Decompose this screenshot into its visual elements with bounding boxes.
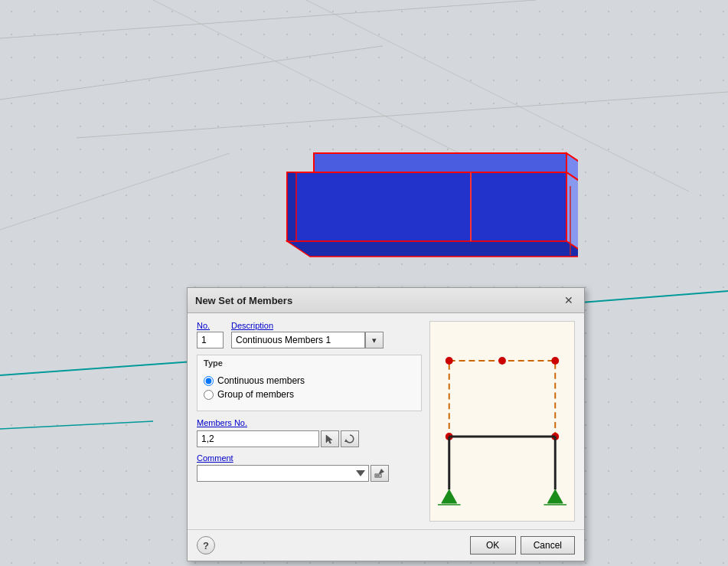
dialog-form: No. Description ▾ Type Continu	[197, 321, 422, 522]
preview-svg	[430, 322, 574, 521]
refresh-icon	[344, 433, 355, 444]
continuous-members-label: Continuous members	[217, 375, 305, 386]
svg-marker-11	[287, 172, 566, 241]
comment-edit-button[interactable]	[371, 465, 389, 482]
dialog-title: New Set of Members	[195, 295, 292, 306]
help-button[interactable]: ?	[197, 536, 215, 555]
comment-label[interactable]: Comment	[197, 453, 422, 463]
members-no-label[interactable]: Members No.	[197, 418, 247, 427]
dialog-close-button[interactable]: ✕	[561, 293, 576, 308]
svg-line-2	[0, 46, 383, 100]
group-of-members-option[interactable]: Group of members	[204, 389, 415, 400]
description-input[interactable]	[231, 332, 365, 348]
cursor-icon	[325, 433, 335, 444]
continuous-members-radio[interactable]	[204, 376, 214, 386]
no-description-row: No. Description ▾	[197, 321, 422, 348]
comment-section: Comment	[197, 453, 422, 482]
preview-panel	[429, 321, 575, 522]
dialog-titlebar: New Set of Members ✕	[188, 288, 584, 313]
description-label[interactable]: Description	[231, 321, 384, 330]
svg-line-8	[0, 421, 153, 429]
dialog-content: No. Description ▾ Type Continu	[188, 313, 584, 529]
no-input[interactable]	[197, 332, 224, 348]
svg-marker-9	[314, 153, 566, 172]
svg-point-25	[446, 357, 453, 365]
svg-line-7	[582, 291, 728, 303]
svg-line-3	[153, 0, 459, 153]
no-group: No.	[197, 321, 224, 348]
svg-rect-23	[430, 322, 574, 519]
description-group: Description ▾	[231, 321, 384, 348]
type-section: Type Continuous members Group of members	[197, 355, 422, 411]
no-label[interactable]: No.	[197, 321, 224, 330]
svg-line-5	[0, 153, 230, 230]
new-set-of-members-dialog: New Set of Members ✕ No. Description ▾	[187, 287, 585, 561]
type-radio-group: Continuous members Group of members	[204, 371, 415, 404]
group-of-members-label: Group of members	[217, 389, 294, 400]
svg-point-26	[498, 357, 506, 365]
svg-rect-14	[287, 172, 296, 241]
members-picker-button[interactable]	[321, 430, 339, 447]
cancel-button[interactable]: Cancel	[521, 536, 575, 555]
svg-line-0	[0, 0, 536, 38]
dialog-footer: ? OK Cancel	[188, 529, 584, 561]
svg-point-27	[551, 357, 559, 365]
svg-line-1	[77, 92, 728, 138]
footer-action-buttons: OK Cancel	[470, 536, 575, 555]
members-no-input[interactable]	[197, 430, 319, 447]
svg-marker-17	[326, 435, 332, 443]
3d-beam	[272, 149, 578, 283]
svg-marker-13	[287, 241, 578, 257]
comment-input-row	[197, 465, 422, 482]
members-no-section: Members No.	[197, 417, 422, 447]
ok-button[interactable]: OK	[470, 536, 516, 555]
continuous-members-option[interactable]: Continuous members	[204, 375, 415, 386]
members-no-input-row	[197, 430, 422, 447]
svg-marker-20	[379, 469, 384, 474]
edit-icon	[374, 468, 385, 479]
svg-rect-19	[375, 474, 381, 477]
comment-select[interactable]	[197, 465, 369, 482]
description-dropdown-btn[interactable]: ▾	[365, 332, 384, 348]
svg-marker-18	[344, 439, 348, 442]
group-of-members-radio[interactable]	[204, 390, 214, 400]
type-label: Type	[204, 358, 415, 368]
members-refresh-button[interactable]	[341, 430, 359, 447]
